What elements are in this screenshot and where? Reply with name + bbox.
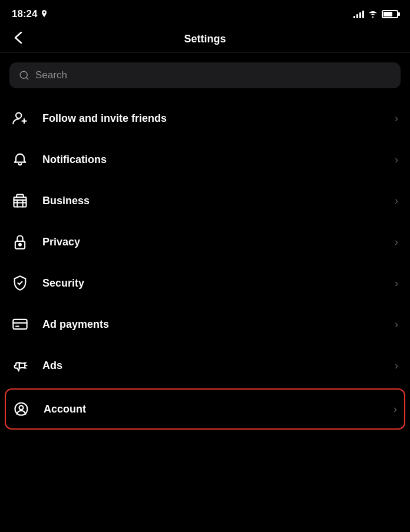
- settings-item-notifications[interactable]: Notifications ›: [0, 139, 410, 180]
- settings-list: Follow and invite friends › Notification…: [0, 93, 410, 437]
- svg-point-8: [19, 244, 21, 246]
- business-icon: [12, 192, 38, 209]
- svg-line-12: [25, 363, 26, 363]
- ads-label: Ads: [42, 360, 395, 372]
- settings-item-follow[interactable]: Follow and invite friends ›: [0, 98, 410, 139]
- chevron-icon: ›: [395, 154, 398, 166]
- lock-icon: [12, 234, 38, 250]
- signal-icon: [353, 10, 364, 18]
- status-bar: 18:24: [0, 0, 410, 26]
- chevron-icon: ›: [395, 318, 398, 331]
- ad-payments-label: Ad payments: [42, 318, 395, 331]
- status-indicators: [353, 10, 398, 18]
- nav-header: Settings: [0, 26, 410, 53]
- business-label: Business: [42, 195, 395, 207]
- credit-card-icon: [12, 316, 38, 332]
- settings-item-ad-payments[interactable]: Ad payments ›: [0, 304, 410, 345]
- settings-item-security[interactable]: Security ›: [0, 262, 410, 304]
- chevron-icon: ›: [394, 403, 397, 415]
- notifications-label: Notifications: [42, 154, 395, 166]
- follow-label: Follow and invite friends: [42, 112, 395, 125]
- bell-icon: [12, 151, 38, 168]
- chevron-icon: ›: [395, 195, 398, 207]
- settings-item-privacy[interactable]: Privacy ›: [0, 221, 410, 262]
- location-icon: [41, 10, 48, 18]
- status-time: 18:24: [12, 8, 37, 20]
- settings-item-account[interactable]: Account ›: [5, 388, 405, 430]
- settings-item-business[interactable]: Business ›: [0, 180, 410, 221]
- status-time-location: 18:24: [12, 8, 48, 20]
- megaphone-icon: [12, 357, 38, 374]
- page-title: Settings: [184, 33, 226, 45]
- svg-rect-9: [13, 320, 27, 329]
- security-label: Security: [42, 277, 395, 290]
- account-label: Account: [44, 403, 394, 415]
- svg-line-14: [25, 368, 26, 368]
- account-circle-icon: [13, 401, 39, 417]
- chevron-icon: ›: [395, 112, 398, 125]
- settings-item-ads[interactable]: Ads ›: [0, 345, 410, 386]
- add-person-icon: [12, 110, 38, 127]
- search-placeholder: Search: [35, 69, 67, 81]
- privacy-label: Privacy: [42, 236, 395, 248]
- svg-rect-4: [14, 197, 27, 207]
- back-button[interactable]: [12, 29, 25, 50]
- search-bar[interactable]: Search: [9, 62, 401, 88]
- chevron-icon: ›: [395, 236, 398, 248]
- search-container: Search: [0, 53, 410, 93]
- battery-icon: [382, 10, 398, 18]
- svg-point-16: [19, 405, 24, 410]
- shield-icon: [12, 275, 38, 291]
- svg-point-1: [16, 113, 21, 118]
- wifi-icon: [368, 10, 378, 18]
- chevron-icon: ›: [395, 277, 398, 290]
- search-icon: [19, 70, 29, 81]
- chevron-icon: ›: [395, 360, 398, 372]
